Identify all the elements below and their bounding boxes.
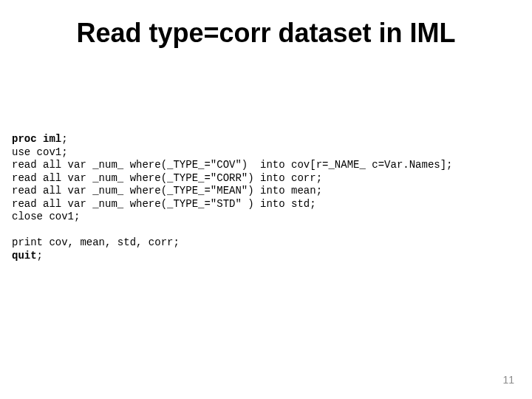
page-number: 11 xyxy=(502,374,514,386)
code-block: proc iml; use cov1; read all var _num_ w… xyxy=(12,133,520,262)
code-line-3: read all var _num_ where(_TYPE_="COV") i… xyxy=(12,159,453,171)
slide: Read type=corr dataset in IML proc iml; … xyxy=(0,0,532,399)
code-line-5: read all var _num_ where(_TYPE_="MEAN") … xyxy=(12,185,322,197)
code-line-6: read all var _num_ where(_TYPE_="STD" ) … xyxy=(12,198,316,210)
code-kw-proc-iml: proc iml xyxy=(12,133,61,145)
code-line-1b: ; xyxy=(61,133,67,145)
code-line-9: print cov, mean, std, corr; xyxy=(12,236,180,248)
code-kw-quit: quit xyxy=(12,250,37,262)
code-line-7: close cov1; xyxy=(12,211,80,222)
code-line-4: read all var _num_ where(_TYPE_="CORR") … xyxy=(12,172,322,184)
slide-title: Read type=corr dataset in IML xyxy=(0,18,532,49)
code-line-2: use cov1; xyxy=(12,146,68,158)
code-line-10b: ; xyxy=(37,250,43,262)
